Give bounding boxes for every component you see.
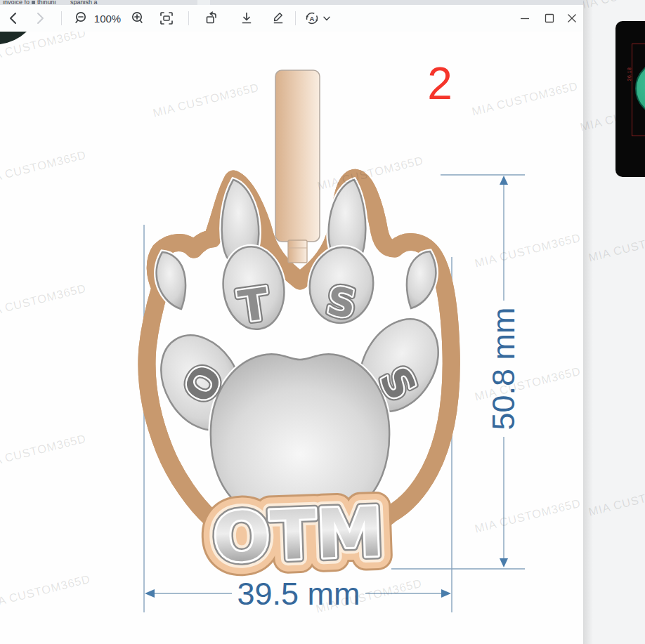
chevron-left-icon bbox=[7, 12, 20, 25]
forward-button[interactable] bbox=[28, 6, 52, 30]
toolbar-divider bbox=[61, 11, 62, 25]
next-image-thumbnail[interactable]: 36.18 bbox=[615, 21, 645, 177]
photo-viewer-toolbar: 100% bbox=[0, 5, 583, 32]
minimize-icon bbox=[519, 13, 530, 24]
toolbar-divider bbox=[295, 11, 296, 25]
edit-button[interactable] bbox=[266, 6, 290, 30]
close-button[interactable] bbox=[560, 6, 584, 30]
svg-text:OTM: OTM bbox=[211, 493, 384, 577]
auto-enhance-icon: A bbox=[304, 11, 320, 26]
thumb-dimension-label: 36.18 bbox=[627, 67, 632, 81]
central-pad bbox=[211, 354, 389, 515]
browser-tab[interactable]: spanish a bbox=[70, 0, 98, 5]
browser-tab-strip: invoice fo thinuni spanish a bbox=[0, 0, 583, 5]
zoom-level-label[interactable]: 100% bbox=[90, 6, 125, 30]
hanging-rod bbox=[275, 70, 320, 263]
width-dimension-label: 39.5 mm bbox=[237, 576, 360, 612]
minimize-button[interactable] bbox=[513, 6, 537, 30]
paw-technical-drawing: O O O T T T S S S S S S OTM OTM OTM OTM … bbox=[0, 32, 583, 644]
auto-enhance-dropdown[interactable] bbox=[320, 6, 333, 30]
pencil-edit-icon bbox=[271, 11, 285, 25]
chevron-down-icon bbox=[323, 16, 330, 21]
thumb-dimension-line bbox=[632, 44, 632, 136]
thumb-dimension-tick-top bbox=[632, 44, 645, 44]
download-icon bbox=[240, 11, 254, 25]
annotation-number: 2 bbox=[427, 58, 452, 109]
auto-enhance-button[interactable]: A bbox=[302, 6, 322, 30]
chevron-right-icon bbox=[34, 12, 46, 25]
underlying-image-corner bbox=[0, 32, 27, 44]
fit-to-window-button[interactable] bbox=[155, 6, 178, 30]
zoom-in-button[interactable] bbox=[125, 6, 149, 30]
thumb-dimension-tick-bottom bbox=[632, 136, 645, 136]
height-dimension-label: 50.8 mm bbox=[486, 307, 521, 430]
paw-bottom-text: OTM OTM OTM OTM OTM OTM bbox=[211, 493, 384, 577]
maximize-icon bbox=[544, 13, 555, 24]
browser-tab[interactable]: invoice fo bbox=[3, 0, 30, 5]
browser-tab[interactable]: thinuni bbox=[37, 0, 56, 5]
close-icon bbox=[566, 13, 578, 24]
rotate-icon bbox=[204, 11, 219, 25]
fit-to-window-icon bbox=[159, 11, 174, 25]
toolbar-divider bbox=[188, 11, 189, 25]
tab-edge-highlight bbox=[197, 0, 210, 5]
maximize-button[interactable] bbox=[538, 6, 561, 30]
download-button[interactable] bbox=[235, 6, 259, 30]
claw-far-right bbox=[407, 251, 436, 308]
teal-circle-graphic bbox=[635, 60, 645, 117]
zoom-in-icon bbox=[130, 11, 144, 25]
tab-favicon-icon bbox=[32, 1, 35, 4]
svg-text:A: A bbox=[310, 15, 315, 22]
photo-canvas: O O O T T T S S S S S S OTM OTM OTM OTM … bbox=[0, 32, 583, 644]
rotate-button[interactable] bbox=[200, 6, 223, 30]
back-button[interactable] bbox=[1, 6, 25, 30]
zoom-out-icon bbox=[74, 11, 89, 25]
